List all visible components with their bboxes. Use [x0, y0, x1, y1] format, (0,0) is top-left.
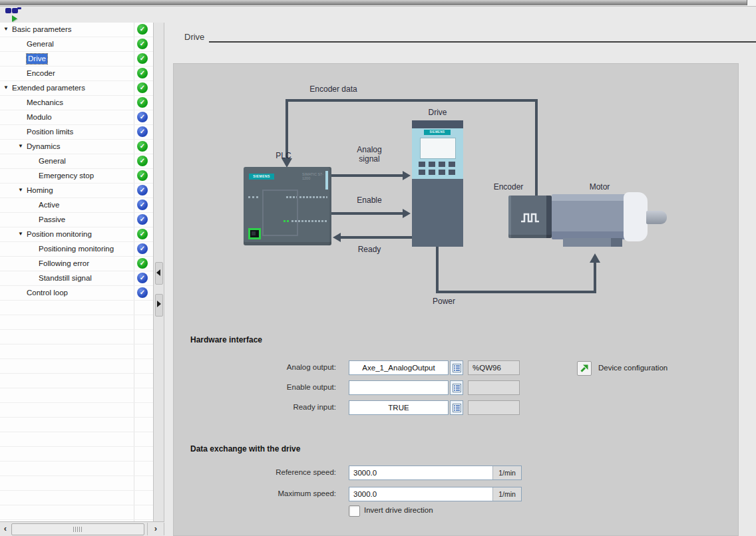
sidebar-empty-row	[0, 418, 153, 432]
sidebar-item-label[interactable]: Control loop	[27, 288, 68, 298]
sidebar-item-general[interactable]: General✓	[0, 154, 153, 169]
drive-configuration-page: Drive E	[168, 7, 756, 536]
sidebar-item-active[interactable]: Active✓	[0, 198, 153, 213]
siemens-logo-badge: SIEMENS	[249, 174, 274, 180]
symbol-picker-icon[interactable]	[450, 400, 463, 415]
sidebar-item-control-loop[interactable]: Control loop✓	[0, 286, 153, 301]
invert-drive-direction-checkbox[interactable]	[349, 505, 360, 517]
go-online-play-icon[interactable]	[12, 15, 17, 22]
sidebar-item-label[interactable]: Active	[39, 200, 59, 210]
symbol-picker-icon[interactable]	[450, 360, 463, 375]
sidebar-item-emergency-stop[interactable]: Emergency stop✓	[0, 169, 153, 184]
sidebar-item-label[interactable]: Drive	[27, 54, 47, 64]
analog-output-input[interactable]	[349, 360, 449, 375]
field-label: Ready input:	[174, 403, 340, 411]
reference-speed-input[interactable]	[349, 466, 492, 479]
sidebar-item-passive[interactable]: Passive✓	[0, 213, 153, 227]
sidebar-item-label[interactable]: Following error	[39, 259, 89, 269]
sidebar-item-drive[interactable]: Drive✓	[0, 52, 153, 67]
drive-device-label: Drive	[412, 108, 463, 117]
analog-signal-arrow-label: Analog signal	[348, 145, 391, 164]
field-label: Reference speed:	[174, 468, 340, 476]
scroll-right-arrow-icon[interactable]: ›	[147, 523, 164, 535]
sidebar-item-label[interactable]: Encoder	[27, 68, 55, 78]
sidebar-item-extended-parameters[interactable]: ▼Extended parameters✓	[0, 81, 153, 96]
field-label: Analog output:	[174, 363, 340, 371]
plc-model-text: SIMATIC S7-1200	[302, 172, 326, 180]
top-scrollbar-thumb[interactable]	[0, 0, 747, 5]
sidebar-item-label[interactable]: Homing	[27, 186, 53, 196]
sidebar-item-position-monitoring[interactable]: ▼Position monitoring✓	[0, 227, 153, 242]
drive-keypad-icon	[419, 162, 457, 175]
sidebar-item-label[interactable]: Position limits	[27, 127, 73, 137]
status-blue-check-icon: ✓	[137, 243, 148, 254]
sidebar-item-standstill-signal[interactable]: Standstill signal✓	[0, 271, 153, 286]
plc-led-row-icon	[248, 196, 259, 198]
sidebar-item-dynamics[interactable]: ▼Dynamics✓	[0, 140, 153, 154]
expander-triangle-icon[interactable]: ▼	[3, 25, 9, 33]
sidebar-item-label[interactable]: General	[39, 156, 66, 166]
device-configuration-button[interactable]	[577, 361, 592, 376]
sidebar-item-label[interactable]: Passive	[39, 215, 65, 225]
sidebar-horizontal-scrollbar[interactable]: ‹ ›	[0, 521, 164, 536]
status-green-check-icon: ✓	[137, 24, 148, 35]
enable-output-input[interactable]	[349, 380, 449, 395]
expander-triangle-icon[interactable]: ▼	[3, 84, 9, 92]
status-green-check-icon: ✓	[137, 229, 148, 239]
status-blue-check-icon: ✓	[137, 185, 148, 196]
sidebar-item-label[interactable]: Standstill signal	[39, 273, 92, 283]
status-blue-check-icon: ✓	[137, 200, 148, 210]
monitor-glasses-icon[interactable]	[5, 8, 21, 15]
sidebar-item-label[interactable]: Position monitoring	[27, 229, 92, 239]
sidebar-empty-row	[0, 505, 153, 520]
sidebar-item-label[interactable]: Dynamics	[27, 142, 60, 152]
collapse-right-arrow-icon[interactable]	[157, 301, 161, 307]
sidebar-item-label[interactable]: Positioning monitoring	[39, 244, 114, 254]
status-green-check-icon: ✓	[137, 39, 148, 49]
sidebar-item-position-limits[interactable]: Position limits✓	[0, 125, 153, 140]
sidebar-item-label[interactable]: Modulo	[27, 112, 52, 122]
sidebar-item-basic-parameters[interactable]: ▼Basic parameters✓	[0, 23, 153, 37]
unit-label: 1/min	[492, 487, 521, 501]
sidebar-splitter-strip[interactable]	[154, 23, 164, 521]
sidebar-item-label[interactable]: Emergency stop	[39, 171, 94, 181]
sidebar-item-mechanics[interactable]: Mechanics✓	[0, 96, 153, 110]
maximum-speed-input[interactable]	[349, 487, 492, 501]
sidebar-empty-row	[0, 359, 153, 374]
scroll-left-arrow-icon[interactable]: ‹	[0, 523, 11, 535]
ready-arrow-label: Ready	[341, 245, 397, 254]
expander-triangle-icon[interactable]: ▼	[18, 186, 23, 194]
address-field	[468, 400, 520, 415]
sidebar-item-label[interactable]: General	[27, 39, 54, 49]
sidebar-item-label[interactable]: Extended parameters	[12, 83, 85, 93]
collapse-left-arrow-icon[interactable]	[156, 269, 160, 276]
field-label: Maximum speed:	[174, 489, 340, 497]
ready-input-input[interactable]	[349, 400, 449, 415]
symbol-picker-icon[interactable]	[450, 380, 463, 395]
tia-portal-axis-configuration-window: ▼Basic parameters✓General✓Drive✓Encoder✓…	[0, 0, 756, 536]
de-row-reference-speed-: Reference speed:1/min	[174, 466, 738, 481]
siemens-logo-badge: SIEMENS	[424, 130, 451, 135]
drive-top-band	[412, 120, 463, 128]
sidebar-item-encoder[interactable]: Encoder✓	[0, 67, 153, 81]
hardware-interface-title: Hardware interface	[190, 335, 262, 344]
sidebar-empty-row	[0, 462, 153, 476]
expander-triangle-icon[interactable]: ▼	[18, 142, 23, 150]
top-horizontal-scrollbar[interactable]	[0, 0, 756, 7]
encoder-data-arrow-label: Encoder data	[280, 84, 387, 94]
sidebar-item-following-error[interactable]: Following error✓	[0, 257, 153, 271]
sidebar-item-general[interactable]: General✓	[0, 37, 153, 52]
motor-device-label: Motor	[563, 182, 636, 192]
expander-triangle-icon[interactable]: ▼	[18, 230, 23, 238]
sidebar-empty-row	[0, 301, 153, 315]
status-blue-check-icon: ✓	[137, 112, 148, 122]
scrollbar-thumb[interactable]	[11, 523, 144, 535]
sidebar-item-label[interactable]: Mechanics	[27, 98, 63, 108]
motor-foot-graphic	[563, 238, 611, 247]
plc-frame-outline	[262, 190, 298, 236]
sidebar-item-positioning-monitoring[interactable]: Positioning monitoring✓	[0, 242, 153, 257]
sidebar-item-label[interactable]: Basic parameters	[12, 25, 71, 35]
sidebar-item-homing[interactable]: ▼Homing✓	[0, 184, 153, 198]
sidebar-item-modulo[interactable]: Modulo✓	[0, 110, 153, 125]
device-configuration-link-label[interactable]: Device configuration	[598, 364, 667, 372]
